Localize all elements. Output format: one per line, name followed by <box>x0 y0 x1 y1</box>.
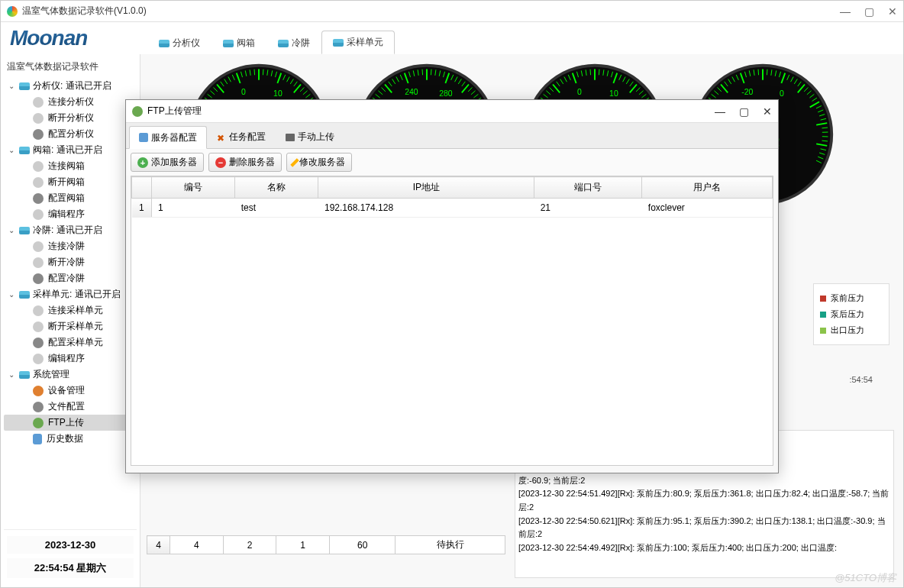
log-line: [2023-12-30 22:54:51.492][Rx]: 泵前压力:80.9… <box>518 487 890 514</box>
tree-child[interactable]: 配置冷阱 <box>4 270 137 286</box>
item-icon <box>33 241 44 252</box>
tree-child[interactable]: 编辑程序 <box>4 206 137 222</box>
item-icon <box>33 434 42 444</box>
table-row[interactable]: 11test192.168.174.12821foxclever <box>132 199 773 218</box>
item-icon <box>33 97 44 108</box>
device-icon <box>19 227 30 234</box>
dialog-maximize-button[interactable]: ▢ <box>739 105 749 118</box>
seq-rownum: 4 <box>147 536 170 554</box>
item-icon <box>33 321 44 332</box>
tree-child[interactable]: 配置阀箱 <box>4 190 137 206</box>
dialog-minimize-button[interactable]: — <box>715 105 725 118</box>
legend-item: 出口压力 <box>820 322 883 338</box>
svg-text:10: 10 <box>273 89 282 98</box>
legend-item: 泵前压力 <box>820 290 883 306</box>
item-icon <box>33 209 44 220</box>
svg-line-98 <box>431 69 431 76</box>
tab-server-config[interactable]: 服务器配置 <box>129 126 207 149</box>
tree-child[interactable]: 配置分析仪 <box>4 126 137 142</box>
svg-line-30 <box>254 69 255 76</box>
add-server-button[interactable]: +添加服务器 <box>131 153 204 172</box>
delete-server-button[interactable]: −删除服务器 <box>208 153 282 172</box>
legend-color-icon <box>820 312 826 318</box>
tree-node[interactable]: ⌄阀箱: 通讯已开启 <box>4 142 137 158</box>
maximize-button[interactable]: ▢ <box>864 5 874 18</box>
server-table-wrap[interactable]: 编号名称IP地址端口号用户名 11test192.168.174.12821fo… <box>131 176 773 466</box>
table-header[interactable]: 编号 <box>152 177 235 199</box>
dialog-toolbar: +添加服务器 −删除服务器 修改服务器 <box>126 149 778 176</box>
device-icon <box>223 40 234 47</box>
svg-line-162 <box>590 69 591 76</box>
svg-text:-20: -20 <box>741 88 753 96</box>
dialog-close-button[interactable]: ✕ <box>763 105 772 118</box>
date-display: 2023-12-30 <box>7 536 134 554</box>
sidebar: 温室气体数据记录软件 ⌄分析仪: 通讯已开启连接分析仪断开分析仪配置分析仪⌄阀箱… <box>1 54 140 587</box>
sequence-table: 4 4 2 1 60 待执行 <box>147 535 505 554</box>
chevron-down-icon: ⌄ <box>8 290 16 299</box>
globe-icon <box>132 106 143 117</box>
chevron-down-icon: ⌄ <box>8 370 16 379</box>
tree-child[interactable]: 配置采样单元 <box>4 334 137 351</box>
time-display: 22:54:54 星期六 <box>7 558 134 578</box>
edit-server-button[interactable]: 修改服务器 <box>286 153 352 172</box>
tree-child[interactable]: 编辑程序 <box>4 351 137 367</box>
logo: Moonan <box>1 22 140 54</box>
tree-child[interactable]: 连接采样单元 <box>4 302 137 318</box>
chevron-down-icon: ⌄ <box>8 226 16 234</box>
chevron-down-icon: ⌄ <box>8 146 16 154</box>
tree-child[interactable]: 连接冷阱 <box>4 238 137 254</box>
tree-child[interactable]: 断开采样单元 <box>4 318 137 334</box>
tree-child[interactable]: 断开阀箱 <box>4 174 137 190</box>
table-header[interactable]: 用户名 <box>642 177 773 199</box>
table-header[interactable]: 名称 <box>235 177 318 199</box>
device-icon <box>19 82 30 90</box>
item-icon <box>33 338 44 348</box>
tree-node[interactable]: ⌄冷阱: 通讯已开启 <box>4 222 137 238</box>
tab-sampler[interactable]: 采样单元 <box>321 31 395 54</box>
tree-child[interactable]: FTP上传 <box>4 415 137 431</box>
tree-node[interactable]: ⌄分析仪: 通讯已开启 <box>4 78 137 94</box>
tree-child[interactable]: 断开冷阱 <box>4 254 137 270</box>
server-table: 编号名称IP地址端口号用户名 11test192.168.174.12821fo… <box>131 176 773 218</box>
tab-manual-upload[interactable]: 手动上传 <box>276 126 344 148</box>
item-icon <box>33 129 44 140</box>
watermark: @51CTO博客 <box>835 571 896 585</box>
svg-text:280: 280 <box>439 89 453 98</box>
tree-node[interactable]: ⌄系统管理 <box>4 367 137 383</box>
minimize-button[interactable]: — <box>840 5 851 18</box>
legend-item: 泵后压力 <box>820 306 883 322</box>
log-line: 度:-60.9; 当前层:2 <box>518 474 890 488</box>
svg-text:0: 0 <box>577 88 582 96</box>
pencil-icon <box>290 158 299 166</box>
sidebar-title: 温室气体数据记录软件 <box>4 57 137 78</box>
chart-legend: 泵前压力泵后压力出口压力 <box>813 283 889 345</box>
server-icon <box>139 133 148 142</box>
tree-child[interactable]: 历史数据 <box>4 431 137 447</box>
legend-color-icon <box>820 328 826 334</box>
table-header[interactable]: IP地址 <box>318 177 534 199</box>
svg-line-32 <box>263 69 263 76</box>
tab-analyzer[interactable]: 分析仪 <box>147 31 211 54</box>
tree-node[interactable]: ⌄采样单元: 通讯已开启 <box>4 286 137 302</box>
app-icon <box>7 6 18 17</box>
tree-child[interactable]: 连接阀箱 <box>4 158 137 174</box>
item-icon <box>33 257 44 268</box>
minus-icon: − <box>215 157 226 168</box>
tree-child[interactable]: 设备管理 <box>4 383 137 399</box>
svg-text:240: 240 <box>405 88 418 96</box>
close-button[interactable]: ✕ <box>888 5 897 18</box>
device-icon <box>278 40 289 47</box>
chart-time: :54:54 <box>849 375 873 384</box>
tree-child[interactable]: 连接分析仪 <box>4 94 137 110</box>
table-header[interactable]: 端口号 <box>534 177 642 199</box>
tab-task-config[interactable]: ✖ 任务配置 <box>207 126 276 148</box>
tab-valvebox[interactable]: 阀箱 <box>211 31 266 54</box>
nav-tree: ⌄分析仪: 通讯已开启连接分析仪断开分析仪配置分析仪⌄阀箱: 通讯已开启连接阀箱… <box>4 78 137 529</box>
dialog-title-bar: FTP上传管理 — ▢ ✕ <box>126 100 778 123</box>
tab-coldtrap[interactable]: 冷阱 <box>266 31 321 54</box>
device-icon <box>19 371 30 379</box>
item-icon <box>33 418 44 428</box>
tree-child[interactable]: 文件配置 <box>4 399 137 415</box>
tree-child[interactable]: 断开分析仪 <box>4 110 137 126</box>
legend-color-icon <box>820 296 826 302</box>
